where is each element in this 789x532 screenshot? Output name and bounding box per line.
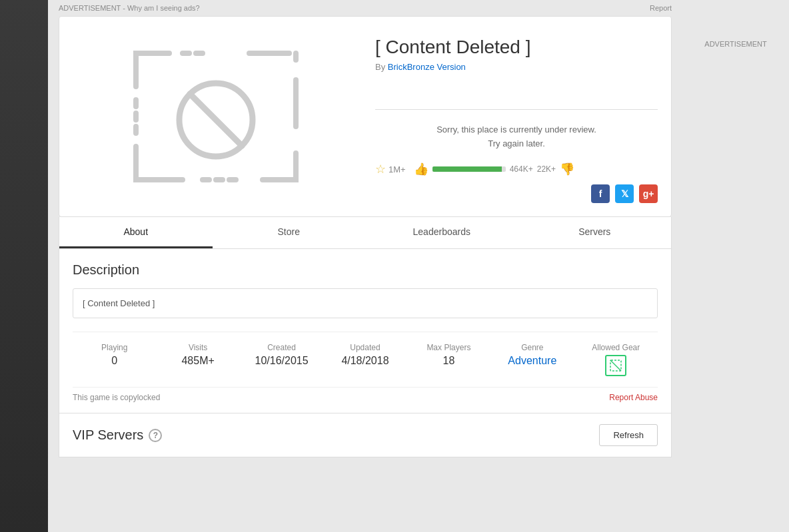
tab-leaderboards[interactable]: Leaderboards [365,217,518,248]
review-notice: Sorry, this place is currently under rev… [375,109,658,151]
thumbs-down-icon[interactable]: 👎 [560,162,574,176]
game-card: [ Content Deleted ] By BrickBronze Versi… [59,16,672,217]
facebook-share-button[interactable]: f [591,184,610,203]
created-value: 10/16/2015 [240,355,323,367]
twitter-share-button[interactable]: 𝕏 [615,184,634,203]
favorites-count: ☆ 1M+ [375,162,406,176]
gear-svg-icon [609,359,622,372]
game-thumbnail [73,30,359,203]
stat-visits: Visits 485M+ [156,343,239,376]
googleplus-icon: g+ [643,188,654,199]
allowed-gear-label: Allowed Gear [574,343,658,352]
max-players-value: 18 [407,355,490,367]
review-line1: Sorry, this place is currently under rev… [375,123,658,137]
vip-section: VIP Servers ? Refresh [59,413,672,457]
description-title: Description [73,262,658,278]
rating-fill [432,166,502,172]
tabs-bar: About Store Leaderboards Servers [59,217,672,249]
ad-sidebar-label: ADVERTISEMENT [688,0,784,48]
ad-label: ADVERTISEMENT - Why am I seeing ads? [59,4,200,12]
stat-allowed-gear: Allowed Gear [574,343,658,376]
copylocked-text: This game is copylocked [73,393,160,402]
bottom-row: This game is copylocked Report Abuse [73,387,658,402]
tab-servers[interactable]: Servers [518,217,672,248]
description-box: [ Content Deleted ] [73,288,658,318]
genre-label: Genre [490,343,574,352]
game-info: [ Content Deleted ] By BrickBronze Versi… [375,30,658,203]
stat-max-players: Max Players 18 [407,343,490,376]
playing-value: 0 [73,355,156,367]
social-row: f 𝕏 g+ [375,184,658,203]
report-abuse-button[interactable]: Report Abuse [609,393,658,402]
stat-created: Created 10/16/2015 [240,343,323,376]
right-sidebar: ADVERTISEMENT [682,0,789,532]
rating-bar [432,166,506,172]
svg-line-3 [610,360,621,371]
dislike-count: 22K+ [537,164,556,174]
visits-value: 485M+ [156,355,239,367]
rating-row: ☆ 1M+ 👍 464K+ 22K+ 👎 [375,162,658,176]
updated-label: Updated [323,343,406,352]
main-content: ADVERTISEMENT - Why am I seeing ads? Rep… [48,0,682,532]
allowed-gear-value [574,355,658,376]
twitter-icon: 𝕏 [621,188,628,199]
ad-report[interactable]: Report [650,4,672,12]
genre-value[interactable]: Adventure [490,355,574,367]
visits-label: Visits [156,343,239,352]
updated-value: 4/18/2018 [323,355,406,367]
refresh-button[interactable]: Refresh [599,424,658,446]
review-line2: Try again later. [375,137,658,151]
vip-title-text: VIP Servers [73,427,143,443]
googleplus-share-button[interactable]: g+ [639,184,658,203]
gear-icon [605,355,626,376]
author-link[interactable]: BrickBronze Version [388,62,466,72]
stat-genre: Genre Adventure [490,343,574,376]
thumbs-up-icon[interactable]: 👍 [414,162,428,176]
stat-updated: Updated 4/18/2018 [323,343,406,376]
facebook-icon: f [599,188,602,199]
game-author: By BrickBronze Version [375,62,658,72]
max-players-label: Max Players [407,343,490,352]
svg-line-1 [190,94,242,146]
left-sidebar [0,0,48,532]
ad-bar: ADVERTISEMENT - Why am I seeing ads? Rep… [59,0,672,16]
like-count: 464K+ [510,164,533,174]
rating-bar-container: 👍 464K+ 22K+ 👎 [414,162,574,176]
playing-label: Playing [73,343,156,352]
star-icon: ☆ [375,162,386,176]
vip-help-icon[interactable]: ? [149,429,162,442]
stat-playing: Playing 0 [73,343,156,376]
author-prefix: By [375,62,385,72]
description-content: [ Content Deleted ] [83,298,155,308]
favorites-value: 1M+ [389,164,406,174]
stats-row: Playing 0 Visits 485M+ Created 10/16/201… [73,332,658,376]
vip-title: VIP Servers ? [73,427,162,443]
game-title: [ Content Deleted ] [375,37,658,58]
created-label: Created [240,343,323,352]
tab-about[interactable]: About [59,217,213,248]
tab-store[interactable]: Store [213,217,366,248]
content-area: Description [ Content Deleted ] Playing … [59,249,672,413]
deleted-image [129,47,303,186]
